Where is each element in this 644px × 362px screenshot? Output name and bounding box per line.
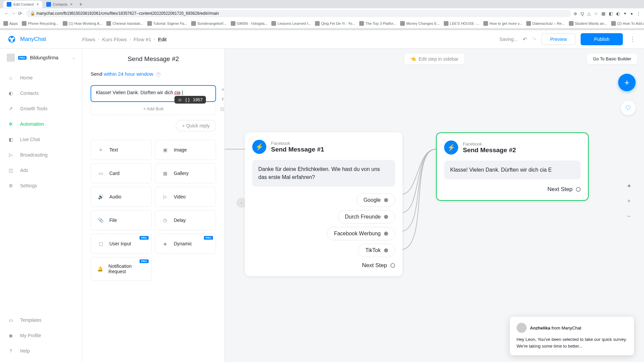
bookmark[interactable]: Phone Recycling... xyxy=(22,21,59,26)
block-delay[interactable]: ◷Delay xyxy=(155,210,216,230)
connector-dot[interactable] xyxy=(384,248,388,252)
bookmark[interactable]: Sonderangebot!... xyxy=(191,21,226,26)
sidebar-item-settings[interactable]: ⚙Settings xyxy=(0,178,82,193)
sidebar-item-profile[interactable]: ◉My Profile xyxy=(0,328,82,343)
block-audio[interactable]: 🔊Audio xyxy=(91,187,152,207)
forward-button[interactable]: → xyxy=(10,11,17,16)
reply-freunde[interactable]: Durch Freunde xyxy=(338,210,395,224)
sidebar-item-home[interactable]: ⌂Home xyxy=(0,70,82,85)
close-icon[interactable]: × xyxy=(70,2,72,7)
connector-dot[interactable] xyxy=(384,232,388,236)
url-input[interactable]: 🔒 manychat.com/fb198150208192061/cms/fil… xyxy=(26,10,571,17)
reply-fbwerbung[interactable]: Facebook Werbung xyxy=(327,227,395,240)
connector-dot[interactable] xyxy=(384,198,388,202)
delete-block-button[interactable]: × xyxy=(222,87,224,92)
block-file[interactable]: 📎File xyxy=(91,210,152,230)
emoji-button[interactable]: ☺ xyxy=(178,97,182,102)
ext-icon[interactable]: ◧ xyxy=(609,11,613,16)
copy-button[interactable]: ⿻ xyxy=(220,107,224,112)
reload-button[interactable]: ⟳ xyxy=(17,11,23,16)
basic-builder-button[interactable]: Go To Basic Builder xyxy=(587,54,637,64)
crumb-kurs[interactable]: Kurs Flows xyxy=(102,37,127,42)
next-step[interactable]: Next Step xyxy=(444,186,581,193)
bookmark[interactable]: How to get more v... xyxy=(483,21,522,26)
sidebar-item-automation[interactable]: ✲Automation xyxy=(0,116,82,132)
add-step-button[interactable]: + xyxy=(618,74,636,91)
quick-reply-button[interactable]: + Quick reply xyxy=(176,120,216,131)
block-dynamic[interactable]: ◈DynamicPRO xyxy=(155,234,216,254)
bookmark[interactable]: GMSN - Vologda... xyxy=(231,21,268,26)
block-image[interactable]: ▣Image xyxy=(155,140,216,160)
ext-icon[interactable]: ▦ xyxy=(601,11,605,16)
sidebar-item-broadcasting[interactable]: ▷Broadcasting xyxy=(0,147,82,163)
block-userinput[interactable]: ▢User InputPRO xyxy=(91,234,152,254)
sidebar-item-livechat[interactable]: ◧Live Chat xyxy=(0,132,82,147)
publish-button[interactable]: Publish xyxy=(581,33,623,45)
bookmark[interactable]: Lessons Learned f... xyxy=(271,21,311,26)
chat-widget[interactable]: Anzhelika from ManyChat Hey Leon, You've… xyxy=(510,317,634,355)
next-step[interactable]: Next Step xyxy=(252,262,395,269)
connector-circle[interactable] xyxy=(576,187,581,192)
browser-tab-active[interactable]: Edit Content × xyxy=(3,1,42,8)
bookmark[interactable]: Datenschutz – Re... xyxy=(526,21,565,26)
star-icon[interactable]: ☆ xyxy=(594,11,598,16)
preview-button[interactable]: Preview xyxy=(541,34,576,45)
more-menu-button[interactable]: ⋮ xyxy=(628,36,637,43)
sidebar-item-growth[interactable]: ↗Growth Tools xyxy=(0,101,82,116)
logo[interactable]: ManyChat xyxy=(7,34,82,44)
sidebar-item-templates[interactable]: ▭Templates xyxy=(0,312,82,328)
bookmark[interactable]: Chinese translati... xyxy=(106,21,143,26)
favorites-button[interactable]: ♡ xyxy=(621,101,636,115)
variable-button[interactable]: { } xyxy=(185,97,190,102)
add-button[interactable]: + Add Butt xyxy=(91,103,216,115)
bookmark[interactable]: (2) How To Add A... xyxy=(611,21,644,26)
edit-in-sidebar-button[interactable]: 👈 Edit step in sidebar xyxy=(404,54,465,64)
connector-dot[interactable] xyxy=(384,215,388,219)
translate-icon[interactable]: ⊕ xyxy=(574,11,577,16)
block-notification[interactable]: 🔔Notification RequestPRO xyxy=(91,257,152,281)
sidebar-item-help[interactable]: ?Help xyxy=(0,343,82,359)
block-video[interactable]: ▷Video xyxy=(155,187,216,207)
crumb-flows[interactable]: Flows xyxy=(82,37,95,42)
zoom-out-button[interactable]: − xyxy=(624,211,634,221)
text-block: Klasse! Vielen Dank. Dürften wir dich ci… xyxy=(91,85,216,102)
bookmark[interactable]: (1) How Working A... xyxy=(63,21,103,26)
bookmark[interactable]: Student Wants an... xyxy=(569,21,607,26)
close-icon[interactable]: × xyxy=(37,2,39,7)
resize-handle[interactable]: ⇕ xyxy=(221,97,224,102)
flow-canvas[interactable]: 👈 Edit step in sidebar Go To Basic Build… xyxy=(225,49,644,362)
undo-button[interactable]: ↶ xyxy=(523,36,527,43)
ext-icon[interactable]: ◐ xyxy=(616,11,620,16)
sidebar-item-contacts[interactable]: ◐Contacts xyxy=(0,85,82,101)
bookmark[interactable]: The Top 3 Platfor... xyxy=(359,21,396,26)
bookmark[interactable]: Apps xyxy=(3,21,18,26)
bookmark[interactable]: Qing Fei De Yi - Yo... xyxy=(315,21,355,26)
avatar-icon[interactable]: ● xyxy=(630,11,633,16)
account-selector[interactable]: PRO Bildungsfirma ⌄ xyxy=(0,49,82,67)
block-card[interactable]: ▭Card xyxy=(91,163,152,183)
connector-circle[interactable] xyxy=(390,263,395,268)
puzzle-icon[interactable]: ✦ xyxy=(623,11,627,16)
flow-node-2[interactable]: ⚡ Facebook Send Message #2 Klasse! Viele… xyxy=(436,132,589,201)
menu-icon[interactable]: ⋮ xyxy=(636,11,641,16)
send-window-link[interactable]: within 24 hour window xyxy=(104,71,153,77)
bookmark[interactable]: Money Changes E... xyxy=(400,21,440,26)
reply-tiktok[interactable]: TikTok xyxy=(358,244,395,257)
bookmark[interactable]: LEE'S HOUSE -... xyxy=(444,21,479,26)
auto-arrange-button[interactable]: ✦ xyxy=(624,181,634,191)
new-tab-button[interactable]: + xyxy=(79,1,82,7)
crumb-flow1[interactable]: Flow #1 xyxy=(133,37,151,42)
info-icon[interactable]: ? xyxy=(156,72,161,77)
sidebar-item-ads[interactable]: ◫Ads xyxy=(0,163,82,178)
browser-tab[interactable]: Contacts × xyxy=(43,1,76,8)
back-button[interactable]: ← xyxy=(3,11,10,16)
share-icon[interactable]: △ xyxy=(587,11,591,16)
block-text[interactable]: ≡Text xyxy=(91,140,152,160)
flow-node-1[interactable]: ⚡ Facebook Send Message #1 Danke für dei… xyxy=(245,132,402,276)
block-gallery[interactable]: ▦Gallery xyxy=(155,163,216,183)
pointer-icon: 👈 xyxy=(410,56,416,62)
reply-google[interactable]: Google xyxy=(356,193,395,207)
zoom-icon[interactable]: Q xyxy=(581,11,584,16)
zoom-in-button[interactable]: + xyxy=(624,196,634,206)
bookmark[interactable]: Tutorial: Eigene Fa... xyxy=(147,21,187,26)
